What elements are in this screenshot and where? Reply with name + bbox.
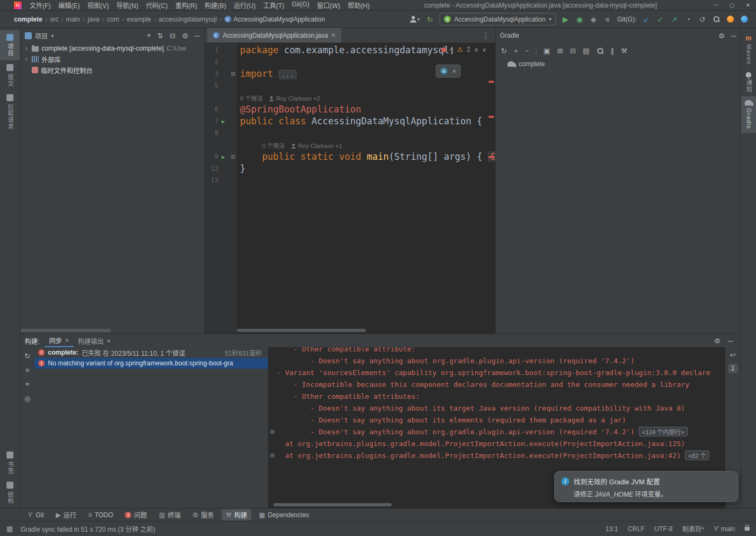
gradle-settings-icon[interactable]: ⚒ [621,47,627,55]
console-fold-icon[interactable]: ⊞ [268,452,277,459]
editor-body[interactable]: 1package com.example.accessingdatamysql;… [204,43,495,334]
user-dropdown-icon[interactable]: ▾ [408,13,421,25]
gradle-project-complete[interactable]: complete [496,58,740,70]
toolwindow-button-services[interactable]: ⚙服务 [188,509,218,520]
detach-gradle-project-icon[interactable]: − [525,47,529,55]
breadcrumb-item[interactable]: CAccessingDataMysqlApplication [224,16,325,23]
run-gradle-task-icon[interactable]: ▣ [543,47,550,55]
tool-stripe-notifications[interactable]: 通知 [741,68,756,96]
project-root-row[interactable]: ›complete [accessing-data-mysql-complete… [20,43,204,54]
close-button[interactable]: ✕ [740,0,756,11]
gradle-gear-icon[interactable]: ⚙ [718,32,725,40]
external-libraries-row[interactable]: ›外部库 [20,54,204,65]
caret-position[interactable]: 13:1 [605,525,618,533]
status-message[interactable]: Gradle sync failed in 51 s 720 ms (3 分钟 … [20,524,155,533]
fold-icon[interactable]: ⊞ [231,153,236,160]
breadcrumb-item[interactable]: example [126,16,151,23]
soft-wrap-icon[interactable]: ↩ [730,351,736,359]
git-rollback-icon[interactable]: ↺ [696,13,709,25]
error-stripe-mark[interactable] [489,81,494,83]
minimize-button[interactable]: ─ [708,0,724,11]
menu-item[interactable]: Git(G) [288,1,313,10]
editor-floating-widget[interactable]: G ✕ [436,65,461,77]
readonly-lock-icon[interactable] [745,527,750,531]
collapse-all-icon[interactable]: ⊟ [169,31,175,40]
tool-stripe-maven[interactable]: mMaven [741,31,756,68]
scratches-row[interactable]: 临时文件和控制台 [20,65,204,75]
build-hide-icon[interactable]: ─ [728,337,733,345]
inspections-widget[interactable]: 4 ⚠ 2 ∧ ∨ [441,46,486,53]
git-update-icon[interactable]: ↙ [640,13,653,25]
build-tab[interactable]: 同步✕ [45,334,73,347]
offline-mode-icon[interactable]: ∥ [611,47,614,55]
tool-stripe-commit[interactable]: 提交 [0,60,20,90]
chevron-icon[interactable]: › [24,55,29,63]
prev-issue-icon[interactable]: ∧ [474,46,478,53]
breadcrumb-item[interactable]: accessingdatamysql [159,16,217,23]
pin-icon[interactable]: ⌖ [25,380,29,389]
tool-stripe-structure[interactable]: 结构 [0,478,20,508]
attach-gradle-project-icon[interactable]: + [514,47,518,55]
menu-item[interactable]: 构建(B) [201,1,230,10]
line-separator[interactable]: CRLF [628,525,645,533]
reload-icon[interactable]: ↻ [423,13,436,25]
execute-task-icon[interactable] [597,47,604,54]
file-encoding[interactable]: UTF-8 [654,525,673,533]
git-commit-icon[interactable]: ✓ [654,13,667,25]
hide-panel-icon[interactable]: ─ [195,31,200,40]
toolwindow-button-todo[interactable]: ≡TODO [84,510,117,520]
close-icon[interactable]: ✕ [452,68,456,74]
menu-item[interactable]: 运行(U) [230,1,259,10]
menu-item[interactable]: 文件(F) [26,1,54,10]
next-issue-icon[interactable]: ∨ [482,46,486,53]
error-stripe-mark[interactable] [489,156,494,158]
menu-item[interactable]: 窗口(W) [313,1,344,10]
run-gutter-icon[interactable]: ▶ [222,154,225,160]
folded-lines-chip[interactable]: <124 个内部行> [639,427,687,436]
build-status-row[interactable]: !complete: 已失败 在 2023/5/11 11:10, 1 个错误5… [34,347,268,358]
gradle-hide-icon[interactable]: ─ [731,32,736,40]
toolwindow-button-build[interactable]: ⚒构建 [222,509,252,520]
maximize-button[interactable]: ▢ [724,0,740,11]
more-options-icon[interactable]: ⋮ [477,31,495,40]
git-branch-widget[interactable]: ϒ main [714,525,735,533]
build-gear-icon[interactable]: ⚙ [714,337,720,345]
toolwindow-button-git[interactable]: ϒGit [24,510,48,520]
toolwindow-button-problems[interactable]: !问题 [121,509,151,520]
coverage-button[interactable]: ◈ [587,13,600,25]
stop-icon[interactable]: ■ [25,366,30,374]
sources-icon[interactable]: ▤ [583,47,589,55]
indent-style[interactable]: 制表符* [682,524,704,533]
refresh-gradle-icon[interactable]: ↻ [501,47,507,55]
fold-icon[interactable]: ⊞ [231,70,236,77]
folded-lines-chip[interactable]: <82 个 [685,450,709,460]
menu-item[interactable]: 编辑(E) [54,1,83,10]
orange-status-icon[interactable] [724,13,737,25]
console-horizontal-scrollbar[interactable] [273,503,392,506]
run-button[interactable]: ▶ [559,13,572,25]
git-push-icon[interactable]: ↗ [668,13,681,25]
locate-icon[interactable]: ⌖ [147,31,151,40]
breadcrumb-item[interactable]: java [88,16,100,23]
expand-collapse-icon[interactable]: ⇅ [157,31,163,40]
notification-balloon[interactable]: i 找到无效的 Gradle JVM 配置 请修正 JAVA_HOME 环境变量… [554,471,738,502]
tool-stripe-project[interactable]: 项目 [0,30,20,60]
filter-icon[interactable]: ◎ [24,394,30,403]
close-icon[interactable]: ✕ [65,337,69,343]
stop-button[interactable]: ■ [601,13,614,25]
rerun-sync-icon[interactable]: ↻ [25,352,31,360]
toolwindow-button-run[interactable]: ▶运行 [52,509,81,520]
breadcrumb-item[interactable]: main [66,16,80,23]
tool-stripe-gradle[interactable]: Gradle [741,96,756,133]
breadcrumb-item[interactable]: com [107,16,119,23]
blue-status-icon[interactable] [738,13,751,25]
debug-button[interactable]: ◉ [573,13,586,25]
project-horizontal-scrollbar[interactable] [20,329,111,332]
expand-all-icon[interactable]: ⊞ [557,47,563,55]
toolwindow-button-terminal[interactable]: ▥终端 [154,509,185,520]
git-history-icon[interactable]: ◔ [682,13,695,25]
menu-item[interactable]: 工具(T) [259,1,288,10]
options-gear-icon[interactable]: ⚙ [182,31,188,40]
breadcrumb-item[interactable]: src [50,16,59,23]
run-gutter-icon[interactable]: ▶ [222,118,225,124]
